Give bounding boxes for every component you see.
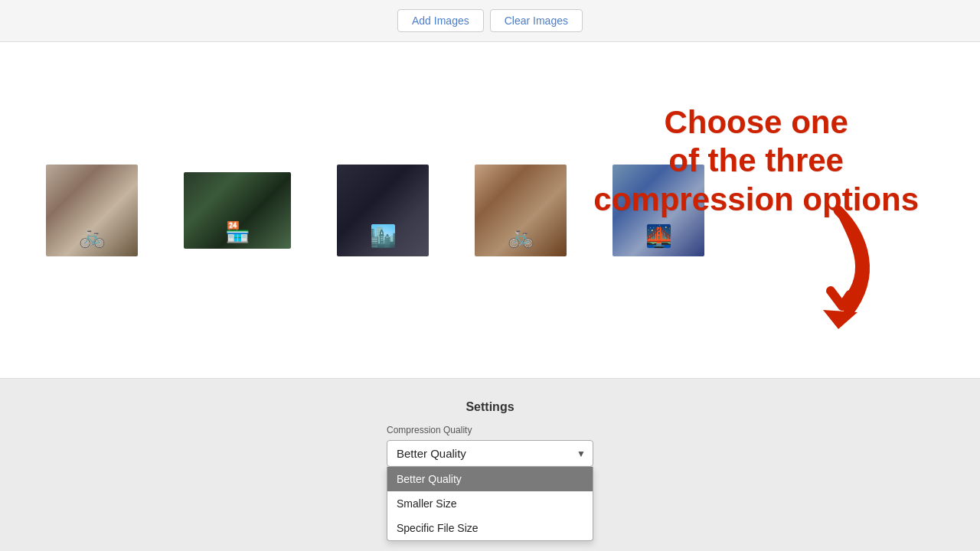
toolbar: Add Images Clear Images <box>0 0 980 42</box>
settings-panel: Settings Compression Quality Better Qual… <box>0 379 980 551</box>
settings-row: Compression Quality Better Quality Small… <box>387 425 593 467</box>
dropdown-item-specific-file-size[interactable]: Specific File Size <box>387 516 593 540</box>
compression-quality-label: Compression Quality <box>387 425 472 435</box>
image-thumb-4 <box>475 165 567 256</box>
select-wrapper: Better Quality Smaller Size Specific Fil… <box>387 440 593 467</box>
dropdown-open: Better Quality Smaller Size Specific Fil… <box>387 467 593 541</box>
add-images-button[interactable]: Add Images <box>397 9 484 32</box>
arrow-annotation <box>766 199 888 355</box>
image-thumb-3 <box>337 165 429 256</box>
annotation-line1: Choose one <box>593 103 919 142</box>
svg-marker-0 <box>823 310 858 329</box>
image-thumb-2 <box>184 172 291 249</box>
dropdown-item-better-quality[interactable]: Better Quality <box>387 467 593 491</box>
clear-images-button[interactable]: Clear Images <box>490 9 583 32</box>
main-image-area: Choose one of the three compression opti… <box>0 42 980 379</box>
annotation-line2: of the three <box>593 142 919 180</box>
dropdown-item-smaller-size[interactable]: Smaller Size <box>387 491 593 516</box>
compression-quality-select[interactable]: Better Quality Smaller Size Specific Fil… <box>387 440 593 467</box>
image-thumb-1 <box>46 165 138 256</box>
settings-title: Settings <box>466 400 514 414</box>
